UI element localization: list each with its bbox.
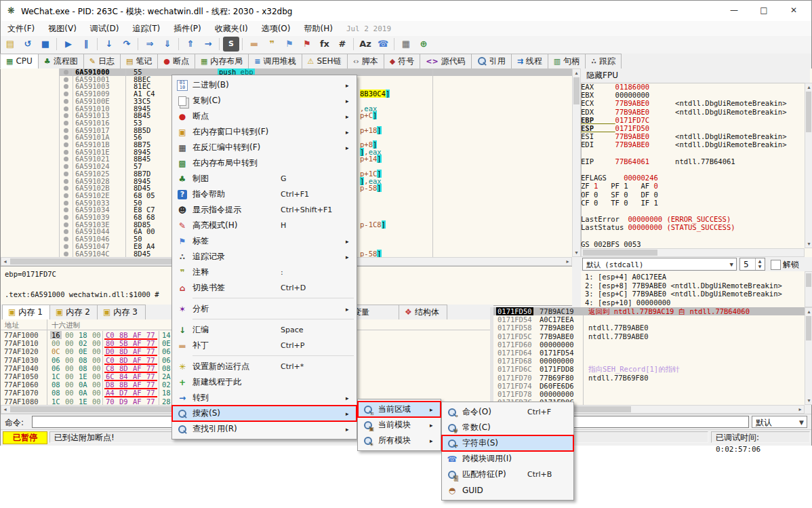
comments-button[interactable]: ❞ (264, 37, 280, 52)
unlock-checkbox[interactable] (771, 260, 781, 270)
search-type-item[interactable]: ◓GUID (442, 482, 573, 498)
search-type-item[interactable]: ❞字符串(S) (442, 435, 573, 451)
tab-symbols[interactable]: ◆符号 (384, 54, 420, 69)
breakpoint-dot[interactable] (64, 77, 68, 82)
breakpoint-dot[interactable] (64, 193, 68, 198)
tab-call-stack[interactable]: ≡调用堆栈 (248, 54, 302, 69)
tab-log[interactable]: ✎日志 (83, 54, 121, 69)
breakpoint-dot[interactable] (64, 150, 68, 155)
context-menu-item[interactable]: ❞注释: (172, 265, 357, 280)
tab-memory-map[interactable]: ▦内存布局 (195, 54, 249, 69)
breakpoint-dot[interactable] (64, 106, 68, 111)
bookmarks-button[interactable]: ⚑ (299, 37, 315, 52)
stack-row[interactable]: 0171FD6C0171FDD8指向SEH_Record[1]的指针 (493, 365, 805, 373)
step-into-button[interactable]: ↓ (101, 37, 117, 52)
context-menu-item[interactable]: ✎高亮模式(H)H (172, 218, 357, 233)
breakpoint-dot[interactable] (64, 113, 68, 118)
context-menu-item[interactable]: ✶分析▸ (172, 301, 357, 317)
calling-convention-select[interactable]: 默认 (stdcall)▼ (582, 258, 737, 271)
stack-row[interactable]: 0171FD7800000000 (493, 390, 805, 398)
breakpoint-dot[interactable] (64, 208, 68, 212)
restart-button[interactable]: ↺ (20, 37, 36, 52)
tab-dump-3[interactable]: ▣内存 3 (97, 305, 146, 319)
context-menu-item[interactable]: 01 10二进制(B)▸ (172, 77, 357, 93)
search-scope-item[interactable]: ▫当前区域▸ (358, 402, 441, 417)
breakpoint-dot[interactable] (64, 135, 68, 140)
tab-breakpoints[interactable]: ●断点 (157, 54, 195, 69)
close-button[interactable]: ✕ (779, 1, 809, 20)
stack-row[interactable]: 0171FD640171FD54 (493, 349, 805, 357)
stack-row[interactable]: 0171FD5077B9AC19返回到 ntdll.77B9AC19 自 ntd… (493, 307, 805, 315)
stack-row[interactable]: 0171FD5C77B9ABE0ntdll.77B9ABE0 (493, 332, 805, 340)
menubar-item[interactable]: 选项(O) (255, 21, 298, 37)
labels-button[interactable]: ⚑ (281, 37, 298, 52)
breakpoint-dot[interactable] (64, 237, 68, 241)
breakpoint-dot[interactable] (64, 157, 68, 161)
run-to-user-code-button[interactable]: → (200, 37, 216, 52)
menubar-item[interactable]: 调试(D) (83, 21, 126, 37)
search-type-item[interactable]: ›命令(O)Ctrl+F (442, 404, 573, 420)
breakpoint-dot[interactable] (64, 121, 68, 125)
breakpoint-dot[interactable] (64, 84, 68, 89)
context-menu-item[interactable]: ↓汇编Space (172, 322, 357, 338)
menubar-item[interactable]: 视图(V) (41, 21, 83, 37)
context-menu-item[interactable]: ☻显示指令提示Ctrl+Shift+F1 (172, 202, 357, 218)
breakpoint-dot[interactable] (64, 99, 68, 104)
tab-dump-1[interactable]: ▣内存 1 (2, 305, 51, 319)
context-menu-item[interactable]: 查找引用(R)▸ (172, 421, 357, 437)
context-menu-item[interactable]: ✳设置新的运行点Ctrl+* (172, 359, 357, 374)
tab-graph[interactable]: ♣流程图 (38, 54, 84, 69)
context-menu-item[interactable]: ∴追踪记录▸ (172, 249, 357, 265)
tab-notes[interactable]: ▤笔记 (120, 54, 158, 69)
context-menu-item[interactable]: ⚑标签▸ (172, 233, 357, 249)
step-out-button[interactable]: ⇓ (159, 37, 176, 52)
search-scope-item[interactable]: ✳所有模块▸ (358, 433, 441, 448)
modules-button[interactable]: ☎ (375, 37, 391, 52)
open-file-button[interactable]: ▤ (2, 37, 18, 52)
menubar-item[interactable]: 插件(P) (167, 21, 208, 37)
stop-button[interactable]: ■ (37, 37, 54, 52)
breakpoint-dot[interactable] (64, 179, 68, 184)
breakpoint-dot[interactable] (64, 186, 68, 191)
breakpoint-dot[interactable] (64, 70, 68, 75)
context-menu-item[interactable]: 复制(C)▸ (172, 93, 357, 109)
menubar-item[interactable]: 文件(F) (1, 21, 41, 37)
context-menu-item[interactable]: ▣在内存窗口中转到(F)▸ (172, 124, 357, 140)
context-menu-item[interactable]: ▬补丁Ctrl+P (172, 338, 357, 353)
registers-horizontal-scrollbar[interactable] (581, 248, 805, 257)
context-menu-item[interactable]: ▦在反汇编中转到(F)▸ (172, 140, 357, 155)
scylla-button[interactable]: S (223, 37, 239, 52)
breakpoint-dot[interactable] (64, 229, 68, 234)
stack-row[interactable]: 0171FD6800000000 (493, 357, 805, 365)
tab-struct[interactable]: ❖结构体 (399, 305, 447, 319)
breakpoint-dot[interactable] (64, 128, 68, 133)
patch-button[interactable]: ▬ (246, 37, 262, 52)
disasm-vertical-scrollbar[interactable]: ▴ ▾ (572, 69, 581, 257)
menubar-item[interactable]: 帮助(H) (297, 21, 339, 37)
context-menu-item[interactable]: ▩在内存布局中转到 (172, 155, 357, 171)
tab-script[interactable]: ‹›脚本 (347, 54, 384, 69)
tab-source[interactable]: <>源代码 (420, 54, 471, 69)
tab-trace[interactable]: ∴跟踪 (585, 54, 622, 69)
argument-depth-stepper[interactable]: 5▲▼ (739, 258, 765, 271)
maximize-button[interactable]: □ (749, 1, 779, 20)
pause-button[interactable]: ‖ (78, 37, 94, 52)
breakpoint-dot[interactable] (64, 92, 68, 96)
context-menu-item[interactable]: ⌂切换书签Ctrl+D (172, 280, 357, 296)
context-menu-item[interactable]: +新建线程于此 (172, 374, 357, 390)
arguments-panel[interactable]: 1: [esp+4] A0C17EEA2: [esp+8] 77B9ABE0 <… (581, 271, 805, 307)
breakpoint-dot[interactable] (64, 222, 68, 227)
constants-button[interactable]: # (334, 37, 350, 52)
strings-button[interactable]: Az (357, 37, 373, 52)
tab-handles[interactable]: ▥句柄 (548, 54, 586, 69)
execute-till-return-button[interactable]: ⇑ (182, 37, 199, 52)
breakpoint-dot[interactable] (64, 164, 68, 169)
breakpoint-dot[interactable] (64, 201, 68, 206)
help-globe-button[interactable]: ⊕ (415, 37, 432, 52)
context-menu-item[interactable]: ●断点▸ (172, 109, 357, 124)
stack-row[interactable]: 0171FD5877B9ABE0ntdll.77B9ABE0 (493, 324, 805, 332)
breakpoint-dot[interactable] (64, 215, 68, 220)
hide-fpu-button[interactable]: 隐藏FPU (581, 69, 810, 83)
tab-dump-2[interactable]: ▣内存 2 (49, 305, 98, 319)
stack-row[interactable]: 0171FD6000000000 (493, 340, 805, 349)
